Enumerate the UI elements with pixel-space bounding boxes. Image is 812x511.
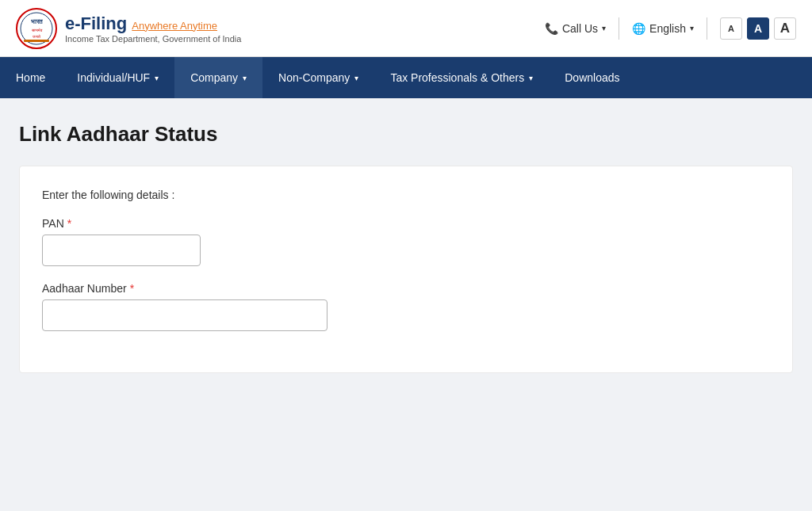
nav-individual-chevron: ▾ bbox=[155, 74, 159, 82]
svg-text:जयते: जयते bbox=[32, 34, 40, 39]
svg-rect-5 bbox=[24, 40, 49, 42]
page-title: Link Aadhaar Status bbox=[19, 122, 793, 147]
divider-2 bbox=[707, 17, 707, 40]
nav-company[interactable]: Company ▾ bbox=[174, 57, 262, 98]
government-emblem: भारत सत्यमेव जयते bbox=[16, 8, 57, 49]
call-us-button[interactable]: 📞 Call Us ▾ bbox=[545, 22, 606, 35]
nav-tax-professionals[interactable]: Tax Professionals & Others ▾ bbox=[374, 57, 549, 98]
nav-downloads[interactable]: Downloads bbox=[549, 57, 635, 98]
pan-input[interactable] bbox=[42, 235, 201, 266]
pan-field-group: PAN * bbox=[42, 217, 770, 266]
nav-company-label: Company bbox=[190, 71, 238, 84]
call-us-label: Call Us bbox=[562, 22, 598, 35]
pan-required-star: * bbox=[67, 217, 71, 230]
aadhaar-label: Aadhaar Number * bbox=[42, 282, 770, 295]
logo-text-area: e-Filing Anywhere Anytime Income Tax Dep… bbox=[65, 13, 241, 44]
svg-text:सत्यमेव: सत्यमेव bbox=[31, 28, 43, 32]
nav-home[interactable]: Home bbox=[0, 57, 61, 98]
page-header: भारत सत्यमेव जयते e-Filing Anywhere Anyt… bbox=[0, 0, 812, 57]
font-size-controls: A A A bbox=[720, 17, 796, 40]
lang-chevron-icon: ▾ bbox=[690, 24, 694, 32]
font-medium-button[interactable]: A bbox=[747, 17, 769, 40]
form-card: Enter the following details : PAN * Aadh… bbox=[19, 166, 793, 373]
call-chevron-icon: ▾ bbox=[602, 24, 606, 32]
nav-non-company-chevron: ▾ bbox=[354, 74, 358, 82]
nav-individual-huf[interactable]: Individual/HUF ▾ bbox=[61, 57, 174, 98]
header-actions: 📞 Call Us ▾ 🌐 English ▾ A A A bbox=[545, 17, 796, 40]
nav-non-company[interactable]: Non-Company ▾ bbox=[262, 57, 374, 98]
pan-label-text: PAN bbox=[42, 217, 64, 230]
main-navigation: Home Individual/HUF ▾ Company ▾ Non-Comp… bbox=[0, 57, 812, 98]
brand-name: e-Filing Anywhere Anytime bbox=[65, 13, 241, 34]
brand-subtitle: Income Tax Department, Government of Ind… bbox=[65, 34, 241, 44]
brand-tagline: Anywhere Anytime bbox=[132, 20, 217, 32]
phone-icon: 📞 bbox=[545, 22, 558, 35]
main-content: Link Aadhaar Status Enter the following … bbox=[0, 98, 812, 511]
globe-icon: 🌐 bbox=[632, 22, 645, 35]
aadhaar-field-group: Aadhaar Number * bbox=[42, 282, 770, 331]
font-small-button[interactable]: A bbox=[720, 17, 742, 40]
language-selector[interactable]: 🌐 English ▾ bbox=[632, 22, 694, 35]
divider-1 bbox=[619, 17, 619, 40]
logo-area: भारत सत्यमेव जयते e-Filing Anywhere Anyt… bbox=[16, 8, 241, 49]
aadhaar-input[interactable] bbox=[42, 299, 327, 331]
pan-label: PAN * bbox=[42, 217, 770, 230]
font-large-button[interactable]: A bbox=[774, 17, 796, 40]
nav-downloads-label: Downloads bbox=[565, 71, 619, 84]
nav-non-company-label: Non-Company bbox=[278, 71, 350, 84]
aadhaar-label-text: Aadhaar Number bbox=[42, 282, 127, 295]
aadhaar-required-star: * bbox=[130, 282, 134, 295]
nav-company-chevron: ▾ bbox=[243, 74, 247, 82]
language-label: English bbox=[649, 22, 686, 35]
nav-home-label: Home bbox=[16, 71, 45, 84]
nav-tax-professionals-chevron: ▾ bbox=[529, 74, 533, 82]
nav-tax-professionals-label: Tax Professionals & Others bbox=[390, 71, 524, 84]
nav-individual-label: Individual/HUF bbox=[77, 71, 150, 84]
svg-text:भारत: भारत bbox=[31, 18, 43, 25]
form-description: Enter the following details : bbox=[42, 189, 770, 201]
